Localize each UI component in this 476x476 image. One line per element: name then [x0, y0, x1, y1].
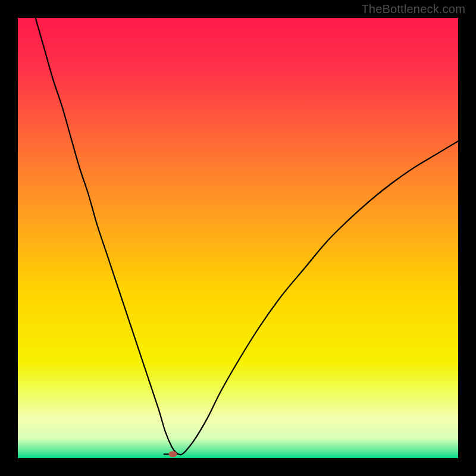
chart-frame: TheBottleneck.com	[0, 0, 476, 476]
plot-area	[18, 18, 458, 458]
optimal-marker	[168, 451, 177, 457]
chart-svg	[18, 18, 458, 458]
watermark-text: TheBottleneck.com	[361, 2, 465, 16]
gradient-background	[18, 18, 458, 458]
